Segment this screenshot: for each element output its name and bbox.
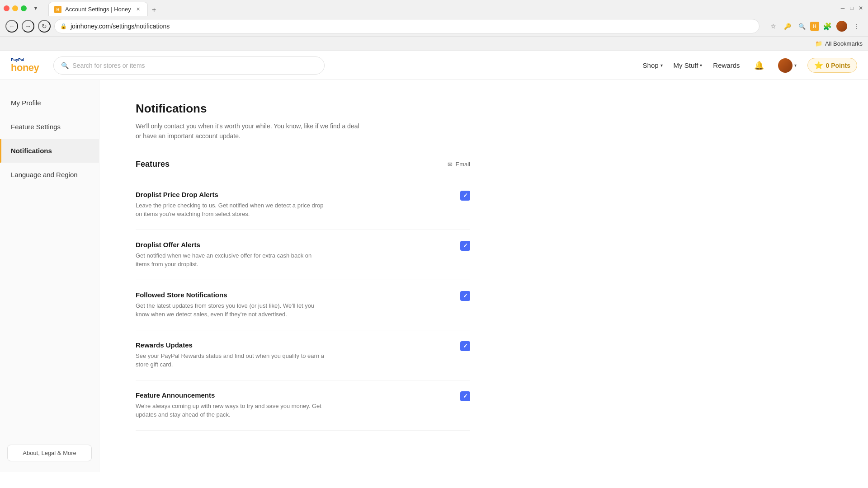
sidebar-item-my-profile[interactable]: My Profile [0, 91, 99, 115]
feature-item-followed-store: Followed Store Notifications Get the lat… [136, 280, 470, 330]
reload-button[interactable]: ↻ [38, 20, 51, 33]
checkmark-icon: ✓ [463, 292, 468, 299]
feature-item-droplist-price-drop: Droplist Price Drop Alerts Leave the pri… [136, 180, 470, 230]
bookmarks-bar: 📁 All Bookmarks [0, 36, 868, 51]
tab-favicon: H [54, 6, 61, 13]
search-bar[interactable]: 🔍 Search for stores or items [53, 56, 325, 75]
points-label: 0 Points [826, 62, 850, 69]
browser-menu-button[interactable]: ⋮ [850, 20, 863, 33]
feature-info: Droplist Price Drop Alerts Leave the pri… [136, 191, 453, 219]
my-stuff-nav-item[interactable]: My Stuff ▾ [674, 61, 703, 69]
feature-announcements-checkbox[interactable]: ✓ [460, 391, 470, 401]
window-maximize-button[interactable] [21, 5, 27, 11]
feature-item-droplist-offer-alerts: Droplist Offer Alerts Get notified when … [136, 230, 470, 280]
sidebar-bottom: About, Legal & More [0, 445, 99, 461]
about-legal-more-button[interactable]: About, Legal & More [7, 445, 92, 461]
points-button[interactable]: ⭐ 0 Points [807, 58, 857, 73]
honey-extension-icon[interactable]: H [810, 22, 819, 31]
droplist-price-drop-checkbox[interactable]: ✓ [460, 191, 470, 201]
zoom-button[interactable]: 🔍 [796, 20, 808, 33]
tab-close-button[interactable]: ✕ [135, 6, 142, 13]
email-column-label: ✉ Email [448, 161, 470, 168]
browser-chrome: ▼ H Account Settings | Honey ✕ + ─ □ ✕ ←… [0, 0, 868, 51]
url-bar[interactable]: 🔒 joinhoney.com/settings/notifications [54, 19, 760, 33]
logo[interactable]: PayPal honey [11, 57, 39, 74]
search-icon: 🔍 [61, 62, 69, 69]
feature-name: Followed Store Notifications [136, 291, 453, 299]
user-chevron-icon: ▾ [794, 63, 797, 68]
user-avatar-button[interactable]: ▾ [778, 58, 797, 73]
notifications-bell-button[interactable]: 🔔 [751, 57, 767, 74]
key-icon[interactable]: 🔑 [781, 20, 794, 33]
browser-actions: ☆ 🔑 🔍 H 🧩 ⋮ [767, 20, 863, 33]
extensions-button[interactable]: 🧩 [821, 20, 834, 33]
feature-info: Droplist Offer Alerts Get notified when … [136, 241, 453, 269]
my-stuff-chevron-icon: ▾ [700, 63, 702, 68]
close-browser-button[interactable]: ✕ [857, 5, 864, 12]
user-avatar [778, 58, 793, 73]
new-tab-button[interactable]: + [148, 4, 160, 16]
minimize-browser-button[interactable]: ─ [839, 5, 846, 12]
feature-info: Followed Store Notifications Get the lat… [136, 291, 453, 319]
page-title: Notifications [136, 102, 470, 116]
email-icon: ✉ [448, 161, 453, 168]
sidebar-item-feature-settings[interactable]: Feature Settings [0, 115, 99, 139]
feature-name: Droplist Price Drop Alerts [136, 191, 453, 198]
address-bar: ← → ↻ 🔒 joinhoney.com/settings/notificat… [0, 16, 868, 36]
window-close-button[interactable] [4, 5, 9, 11]
feature-info: Feature Announcements We're always comin… [136, 391, 453, 419]
honey-text: honey [11, 62, 39, 74]
feature-desc: Get the latest updates from stores you l… [136, 301, 326, 319]
back-button[interactable]: ← [5, 20, 18, 33]
feature-desc: Leave the price checking to us. Get noti… [136, 201, 326, 219]
droplist-offer-alerts-checkbox[interactable]: ✓ [460, 241, 470, 251]
shop-nav-item[interactable]: Shop ▾ [643, 61, 663, 69]
features-header: Features ✉ Email [136, 160, 470, 169]
forward-button[interactable]: → [22, 20, 34, 33]
followed-store-notifications-checkbox[interactable]: ✓ [460, 291, 470, 301]
bookmark-star-button[interactable]: ☆ [767, 20, 779, 33]
tab-bar: H Account Settings | Honey ✕ + [45, 0, 835, 16]
page-layout: My Profile Feature Settings Notification… [0, 80, 868, 472]
feature-desc: We're always coming up with new ways to … [136, 402, 326, 419]
sidebar-item-notifications[interactable]: Notifications [0, 139, 99, 163]
feature-name: Droplist Offer Alerts [136, 241, 453, 249]
security-icon: 🔒 [60, 23, 67, 29]
browser-titlebar: ▼ H Account Settings | Honey ✕ + ─ □ ✕ [0, 0, 868, 16]
checkmark-icon: ✓ [463, 192, 468, 199]
sidebar-item-language-region[interactable]: Language and Region [0, 163, 99, 187]
search-placeholder: Search for stores or items [72, 62, 145, 69]
feature-item-feature-announcements: Feature Announcements We're always comin… [136, 380, 470, 431]
main-content: Notifications We'll only contact you whe… [99, 80, 506, 472]
restore-browser-button[interactable]: □ [848, 5, 855, 12]
features-title: Features [136, 160, 448, 169]
header-nav: Shop ▾ My Stuff ▾ Rewards 🔔 ▾ ⭐ 0 Points [643, 57, 857, 74]
paypal-text: PayPal [11, 57, 39, 62]
all-bookmarks-button[interactable]: 📁 All Bookmarks [815, 40, 863, 47]
active-tab[interactable]: H Account Settings | Honey ✕ [48, 2, 148, 16]
feature-desc: See your PayPal Rewards status and find … [136, 352, 326, 369]
tab-title: Account Settings | Honey [65, 6, 131, 13]
features-section: Features ✉ Email Droplist Price Drop Ale… [136, 160, 470, 431]
feature-name: Rewards Updates [136, 341, 453, 349]
feature-desc: Get notified when we have an exclusive o… [136, 251, 326, 269]
rewards-nav-item[interactable]: Rewards [713, 61, 740, 69]
checkmark-icon: ✓ [463, 393, 468, 399]
window-minimize-button[interactable] [12, 5, 18, 11]
app-header: PayPal honey 🔍 Search for stores or item… [0, 51, 868, 80]
checkmark-icon: ✓ [463, 343, 468, 349]
feature-name: Feature Announcements [136, 391, 453, 399]
sidebar: My Profile Feature Settings Notification… [0, 80, 99, 472]
feature-info: Rewards Updates See your PayPal Rewards … [136, 341, 453, 369]
new-tab-chevron[interactable]: ▼ [30, 3, 41, 14]
feature-item-rewards-updates: Rewards Updates See your PayPal Rewards … [136, 330, 470, 380]
url-text: joinhoney.com/settings/notifications [71, 23, 754, 30]
logo-mark: PayPal honey [11, 57, 39, 74]
points-star-icon: ⭐ [814, 61, 823, 70]
page-description: We'll only contact you when it's worth y… [136, 121, 362, 141]
checkmark-icon: ✓ [463, 242, 468, 249]
profile-menu-button[interactable] [835, 20, 848, 33]
shop-chevron-icon: ▾ [660, 63, 663, 68]
rewards-updates-checkbox[interactable]: ✓ [460, 341, 470, 351]
